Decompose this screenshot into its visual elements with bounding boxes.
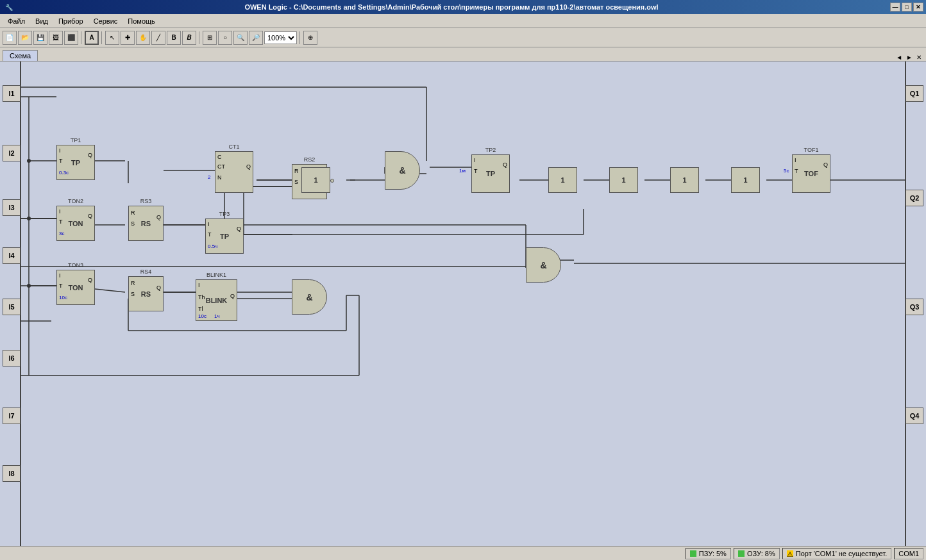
- not-circle-1a: [330, 179, 334, 183]
- rs4-label: RS: [141, 290, 151, 298]
- block-tp2: TP2 I T TP Q 1м: [471, 154, 510, 193]
- close-button[interactable]: ✕: [913, 3, 923, 12]
- tp3-title: TP3: [219, 211, 230, 217]
- menu-view[interactable]: Вид: [30, 16, 53, 26]
- svg-point-56: [27, 284, 31, 288]
- toolbar-cross[interactable]: ✚: [121, 31, 135, 45]
- toolbar-sep3: [199, 31, 200, 44]
- block-and3: &: [292, 279, 327, 315]
- block-blink1: BLINK1 I Th Tl BLINK Q 10c 1ч: [196, 279, 237, 321]
- status-com: COM1: [894, 548, 923, 559]
- tp2-param: 1м: [459, 168, 466, 174]
- rs4-title: RS4: [140, 268, 152, 275]
- tp3-param: 0.5ч: [208, 243, 217, 249]
- toolbar-b1[interactable]: B: [167, 31, 181, 45]
- toolbar-save[interactable]: 💾: [33, 31, 47, 45]
- output-q4: Q4: [905, 408, 923, 424]
- com-text: COM1: [898, 550, 919, 557]
- ton2-label: TON: [68, 220, 83, 227]
- ozu-text: ОЗУ: 8%: [747, 550, 775, 557]
- and3-label: &: [306, 292, 312, 302]
- toolbar-a[interactable]: A: [85, 31, 99, 45]
- input-i2: I2: [3, 145, 21, 161]
- pzu-text: ПЗУ: 5%: [699, 550, 727, 557]
- toolbar-icon2[interactable]: ⬛: [64, 31, 78, 45]
- status-ozu: ОЗУ: 8%: [734, 548, 780, 559]
- tab-schema[interactable]: Схема: [3, 50, 38, 61]
- block-and2: &: [526, 247, 561, 283]
- toolbar-icon1[interactable]: 🖼: [49, 31, 63, 45]
- tp1-param: 0.3c: [59, 170, 69, 176]
- pzu-indicator: [690, 550, 696, 557]
- titlebar-controls: — □ ✕: [890, 3, 923, 12]
- toolbar-sep4: [299, 31, 301, 44]
- tab-nav: ◄ ► ✕: [894, 54, 926, 61]
- toolbar-grid[interactable]: ⊞: [203, 31, 217, 45]
- tab-close[interactable]: ✕: [914, 54, 923, 61]
- tp1-title: TP1: [71, 137, 81, 144]
- menu-file[interactable]: Файл: [3, 16, 30, 26]
- block-1c: 1: [609, 167, 638, 193]
- tp2-title: TP2: [485, 147, 496, 153]
- main-canvas[interactable]: I1 I2 I3 I4 I5 I6 I7 I8 Q1 Q2 Q3 Q4 TP1 …: [0, 62, 926, 546]
- 1a-label: 1: [314, 176, 317, 184]
- svg-point-54: [27, 159, 31, 163]
- block-1b: 1: [548, 167, 577, 193]
- tab-nav-right[interactable]: ►: [904, 54, 914, 61]
- 1e-label: 1: [743, 176, 747, 184]
- toolbar-zoomin[interactable]: 🔍: [233, 31, 248, 45]
- rs3-label: RS: [141, 220, 151, 227]
- port-text: Порт 'COM1' не существует.: [796, 550, 887, 557]
- menu-help[interactable]: Помощь: [122, 16, 160, 26]
- blink1-param-th: 10c: [198, 313, 206, 319]
- tof1-param: 5c: [784, 168, 789, 174]
- ozu-indicator: [738, 550, 745, 557]
- menu-service[interactable]: Сервис: [88, 16, 123, 26]
- block-1a: 1: [301, 167, 330, 193]
- toolbar-zoom-area: 100% 75% 50% 150%: [264, 31, 297, 44]
- 1d-label: 1: [682, 176, 686, 184]
- tabbar: Схема ◄ ► ✕: [0, 47, 926, 62]
- ton2-title: TON2: [68, 198, 83, 204]
- input-i7: I7: [3, 408, 21, 424]
- block-and1: &: [385, 151, 420, 190]
- rs2-title: RS2: [304, 156, 316, 163]
- toolbar-new[interactable]: 📄: [3, 31, 17, 45]
- toolbar-circle[interactable]: ○: [218, 31, 232, 45]
- block-1e: 1: [731, 167, 760, 193]
- tof1-label: TOF: [804, 170, 818, 177]
- input-i6: I6: [3, 350, 21, 366]
- tp1-label: TP: [71, 159, 80, 167]
- block-tof1: TOF1 I T TOF Q 5c: [792, 154, 830, 193]
- blink1-label: BLINK: [206, 297, 228, 304]
- tof1-title: TOF1: [804, 147, 819, 153]
- toolbar-b2[interactable]: B: [182, 31, 196, 45]
- zoom-select[interactable]: 100% 75% 50% 150%: [264, 31, 297, 44]
- toolbar-hand[interactable]: ✋: [136, 31, 150, 45]
- ton3-title: TON3: [68, 262, 83, 268]
- block-1d: 1: [670, 167, 699, 193]
- rs3-title: RS3: [140, 198, 152, 204]
- output-q1: Q1: [905, 85, 923, 102]
- ton3-label: TON: [68, 284, 83, 292]
- and1-label: &: [399, 165, 405, 176]
- status-pzu: ПЗУ: 5%: [686, 548, 731, 559]
- maximize-button[interactable]: □: [902, 3, 912, 12]
- toolbar-open[interactable]: 📂: [18, 31, 32, 45]
- 1c-label: 1: [621, 176, 625, 184]
- toolbar-line[interactable]: ╱: [151, 31, 165, 45]
- toolbar-arrow[interactable]: ↖: [105, 31, 119, 45]
- minimize-button[interactable]: —: [890, 3, 900, 12]
- svg-line-32: [95, 289, 125, 292]
- input-i3: I3: [3, 199, 21, 216]
- input-i5: I5: [3, 299, 21, 315]
- menu-device[interactable]: Прибор: [53, 16, 88, 26]
- port-indicator: ⚠: [787, 550, 793, 557]
- toolbar-sep1: [81, 31, 82, 44]
- block-rs4: RS4 R S RS Q: [128, 276, 164, 311]
- tab-nav-left[interactable]: ◄: [894, 54, 904, 61]
- block-tp3: TP3 I T TP Q 0.5ч: [205, 218, 244, 254]
- block-ton2: TON2 I T TON Q 3c: [56, 206, 95, 241]
- toolbar-zoomout[interactable]: 🔎: [249, 31, 263, 45]
- toolbar-icon3[interactable]: ⊕: [303, 31, 317, 45]
